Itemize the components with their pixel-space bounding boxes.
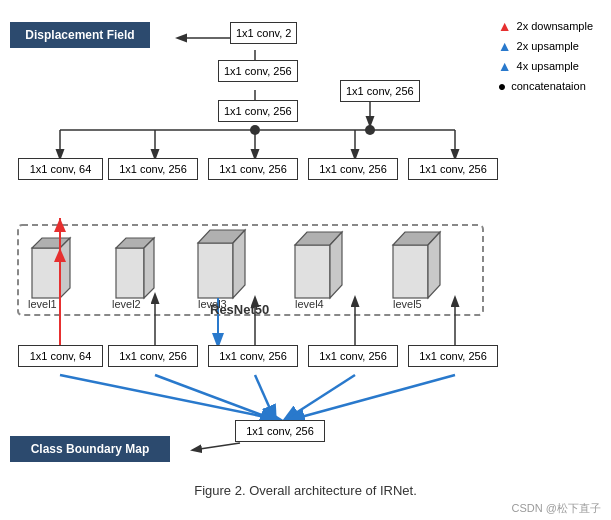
svg-line-44: [193, 443, 240, 450]
svg-rect-6: [198, 243, 233, 298]
level4-label: level4: [295, 298, 324, 310]
svg-line-42: [285, 375, 355, 420]
row2-c3-box: 1x1 conv, 256: [208, 158, 298, 180]
row4-c1-box: 1x1 conv, 64: [18, 345, 103, 367]
legend-upsample4: ▲ 4x upsample: [498, 58, 593, 74]
watermark: CSDN @松下直子: [512, 501, 601, 516]
svg-rect-0: [32, 248, 60, 298]
svg-marker-11: [330, 232, 342, 298]
row4-c3-box: 1x1 conv, 256: [208, 345, 298, 367]
row4-c4-box: 1x1 conv, 256: [308, 345, 398, 367]
svg-line-39: [60, 375, 280, 420]
row2-c2-box: 1x1 conv, 256: [108, 158, 198, 180]
svg-marker-34: [54, 248, 66, 262]
figure-caption: Figure 2. Overall architecture of IRNet.: [0, 483, 611, 498]
row2-c1-box: 1x1 conv, 64: [18, 158, 103, 180]
level2-label: level2: [112, 298, 141, 310]
svg-rect-3: [116, 248, 144, 298]
top-conv256-1-box: 1x1 conv, 256: [218, 60, 298, 82]
bottom-conv256-box: 1x1 conv, 256: [235, 420, 325, 442]
svg-marker-14: [428, 232, 440, 298]
svg-line-40: [155, 375, 275, 420]
svg-marker-4: [116, 238, 154, 248]
svg-line-43: [290, 375, 455, 420]
level1-label: level1: [28, 298, 57, 310]
diagram-container: Displacement Field 1x1 conv, 2 1x1 conv,…: [0, 0, 611, 480]
mid-right-conv256-box: 1x1 conv, 256: [340, 80, 420, 102]
row4-c5-box: 1x1 conv, 256: [408, 345, 498, 367]
svg-rect-12: [393, 245, 428, 298]
svg-line-41: [255, 375, 275, 420]
svg-marker-7: [198, 230, 245, 243]
row4-c2-box: 1x1 conv, 256: [108, 345, 198, 367]
svg-point-19: [250, 125, 260, 135]
svg-marker-10: [295, 232, 342, 245]
resnet-label: ResNet50: [210, 302, 269, 317]
top-conv256-2-box: 1x1 conv, 256: [218, 100, 298, 122]
svg-marker-1: [32, 238, 70, 248]
row2-c5-box: 1x1 conv, 256: [408, 158, 498, 180]
legend-upsample2: ▲ 2x upsample: [498, 38, 593, 54]
svg-rect-9: [295, 245, 330, 298]
top-conv2-box: 1x1 conv, 2: [230, 22, 297, 44]
svg-marker-8: [233, 230, 245, 298]
displacement-field-box: Displacement Field: [10, 22, 150, 48]
level5-label: level5: [393, 298, 422, 310]
svg-point-21: [365, 125, 375, 135]
svg-marker-13: [393, 232, 440, 245]
legend-concatenation: ● concatenataion: [498, 78, 593, 94]
svg-marker-24: [54, 218, 66, 232]
svg-marker-2: [60, 238, 70, 298]
legend-downsample: ▲ 2x downsample: [498, 18, 593, 34]
legend: ▲ 2x downsample ▲ 2x upsample ▲ 4x upsam…: [498, 18, 593, 94]
class-boundary-map-box: Class Boundary Map: [10, 436, 170, 462]
svg-marker-5: [144, 238, 154, 298]
row2-c4-box: 1x1 conv, 256: [308, 158, 398, 180]
